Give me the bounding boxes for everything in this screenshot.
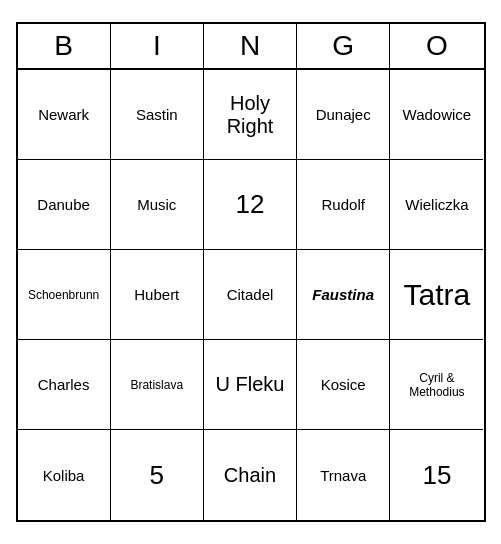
bingo-grid: NewarkSastinHoly RightDunajecWadowiceDan… (18, 70, 484, 520)
bingo-cell-17: U Fleku (204, 340, 297, 430)
bingo-cell-23: Trnava (297, 430, 390, 520)
bingo-cell-11: Hubert (111, 250, 204, 340)
bingo-cell-2: Holy Right (204, 70, 297, 160)
bingo-cell-16: Bratislava (111, 340, 204, 430)
bingo-cell-6: Music (111, 160, 204, 250)
bingo-cell-4: Wadowice (390, 70, 483, 160)
bingo-cell-19: Cyril & Methodius (390, 340, 483, 430)
bingo-cell-7: 12 (204, 160, 297, 250)
bingo-cell-3: Dunajec (297, 70, 390, 160)
bingo-cell-21: 5 (111, 430, 204, 520)
bingo-cell-13: Faustina (297, 250, 390, 340)
bingo-cell-12: Citadel (204, 250, 297, 340)
bingo-cell-1: Sastin (111, 70, 204, 160)
bingo-cell-18: Kosice (297, 340, 390, 430)
header-letter-i: I (111, 24, 204, 68)
bingo-cell-15: Charles (18, 340, 111, 430)
bingo-cell-5: Danube (18, 160, 111, 250)
bingo-cell-8: Rudolf (297, 160, 390, 250)
header-letter-o: O (390, 24, 483, 68)
bingo-card: BINGO NewarkSastinHoly RightDunajecWadow… (16, 22, 486, 522)
bingo-cell-10: Schoenbrunn (18, 250, 111, 340)
header-letter-b: B (18, 24, 111, 68)
bingo-cell-24: 15 (390, 430, 483, 520)
bingo-cell-9: Wieliczka (390, 160, 483, 250)
bingo-header: BINGO (18, 24, 484, 70)
header-letter-g: G (297, 24, 390, 68)
bingo-cell-14: Tatra (390, 250, 483, 340)
header-letter-n: N (204, 24, 297, 68)
bingo-cell-0: Newark (18, 70, 111, 160)
bingo-cell-20: Koliba (18, 430, 111, 520)
bingo-cell-22: Chain (204, 430, 297, 520)
